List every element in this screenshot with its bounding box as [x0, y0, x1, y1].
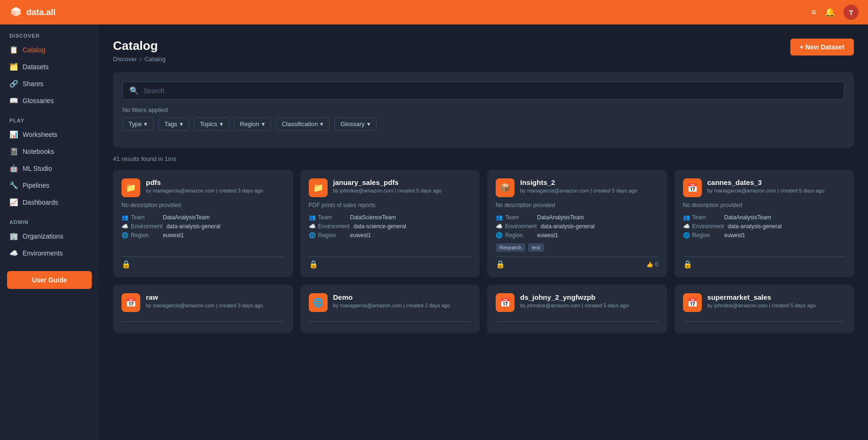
sidebar-item-ml-studio[interactable]: 🤖 ML Studio	[0, 160, 99, 177]
tag-badge: test	[528, 243, 544, 252]
environment-value: data-analysis-general	[728, 223, 782, 230]
filter-region[interactable]: Region ▾	[234, 117, 271, 131]
catalog-icon: 📋	[9, 46, 18, 54]
team-icon: 👥	[121, 214, 129, 221]
sidebar: DISCOVER 📋 Catalog 🗂️ Datasets 🔗 Shares …	[0, 24, 99, 440]
card-env-row: ☁️ Environment data-science-general	[309, 223, 472, 230]
card-team-row: 👥 Team DataAnalysisTeam	[121, 214, 284, 221]
card-header: 📅 cannes_dates_3 by mariagarcia@amazon.c…	[683, 178, 846, 197]
sidebar-item-organizations[interactable]: 🏢 Organizations	[0, 228, 99, 245]
dataset-type-icon: 📅	[121, 293, 140, 312]
breadcrumb-separator: ›	[140, 56, 142, 63]
search-input[interactable]	[144, 87, 837, 95]
dataset-card[interactable]: 📅 ds_johny_2_yngfwzpb by johndoe@amazon.…	[487, 285, 667, 333]
dataset-type-icon: 📁	[121, 178, 140, 197]
region-label: 🌐 Region	[121, 232, 159, 239]
chevron-down-icon: ▾	[262, 120, 265, 128]
filter-tags[interactable]: Tags ▾	[158, 117, 189, 131]
dataset-card[interactable]: 📦 Insights_2 by mariagarcia@amazon.com |…	[487, 170, 667, 277]
breadcrumb-discover[interactable]: Discover	[113, 56, 137, 63]
sidebar-item-shares[interactable]: 🔗 Shares	[0, 75, 99, 92]
chevron-down-icon: ▾	[320, 120, 323, 128]
dataset-meta: by johndoe@amazon.com | created 5 days a…	[520, 303, 659, 308]
card-region-row: 🌐 Region euwest1	[121, 232, 284, 239]
sidebar-item-environments[interactable]: ☁️ Environments	[0, 245, 99, 262]
sidebar-item-label: Shares	[23, 80, 43, 88]
card-footer	[309, 321, 472, 325]
dataset-card[interactable]: 📅 supermarket_sales by johndoe@amazon.co…	[675, 285, 854, 333]
breadcrumb-catalog: Catalog	[145, 56, 166, 63]
sidebar-discover-label: DISCOVER	[0, 24, 99, 41]
cloud-icon: ☁️	[309, 223, 316, 230]
lock-icon: 🔒	[309, 260, 318, 269]
card-title-area: raw by mariagarcia@amazon.com | created …	[146, 293, 284, 308]
dataset-name: pdfs	[146, 178, 284, 186]
environments-icon: ☁️	[9, 249, 18, 257]
sidebar-item-worksheets[interactable]: 📊 Worksheets	[0, 126, 99, 143]
card-header: 📦 Insights_2 by mariagarcia@amazon.com |…	[496, 178, 659, 197]
team-label: 👥 Team	[309, 214, 346, 221]
filter-classification[interactable]: Classification ▾	[276, 117, 330, 131]
dataset-type-icon: 📁	[309, 178, 328, 197]
bars-icon[interactable]: ≡	[811, 8, 816, 17]
environment-value: data-analysis-general	[540, 223, 595, 230]
dataset-card[interactable]: 📁 pdfs by mariagarcia@amazon.com | creat…	[113, 170, 293, 277]
dataset-meta: by johndoe@amazon.com | created 5 days a…	[333, 188, 472, 193]
team-value: DataAnalysisTeam	[537, 214, 584, 221]
app-name: data.all	[26, 8, 56, 17]
card-title-area: ds_johny_2_yngfwzpb by johndoe@amazon.co…	[520, 293, 659, 308]
dataset-card[interactable]: 📁 january_sales_pdfs by johndoe@amazon.c…	[300, 170, 480, 277]
sidebar-item-label: Worksheets	[23, 131, 57, 138]
cloud-icon: ☁️	[683, 223, 690, 230]
dataset-meta: by mariagarcia@amazon.com | created 3 da…	[146, 303, 284, 308]
card-header: 🌐 Demo by mariagarcia@amazon.com | creat…	[309, 293, 472, 312]
dataset-type-icon: 📅	[496, 293, 514, 312]
dataset-card[interactable]: 📅 raw by mariagarcia@amazon.com | create…	[113, 285, 293, 333]
sidebar-item-datasets[interactable]: 🗂️ Datasets	[0, 58, 99, 75]
user-guide-button[interactable]: User Guide	[7, 271, 92, 289]
card-team-row: 👥 Team DataAnalysisTeam	[496, 214, 659, 221]
globe-icon: 🌐	[683, 232, 690, 239]
sidebar-item-label: Notebooks	[23, 148, 54, 155]
dataset-grid: 📁 pdfs by mariagarcia@amazon.com | creat…	[113, 170, 854, 333]
sidebar-item-label: Pipelines	[23, 182, 49, 189]
sidebar-item-label: Organizations	[23, 232, 63, 240]
dataset-card[interactable]: 📅 cannes_dates_3 by mariagarcia@amazon.c…	[675, 170, 854, 277]
new-dataset-button[interactable]: + New Dataset	[790, 39, 854, 56]
ml-studio-icon: 🤖	[9, 164, 18, 173]
card-info: 👥 Team DataAnalysisTeam ☁️ Environment d…	[683, 214, 846, 239]
sidebar-item-notebooks[interactable]: 📓 Notebooks	[0, 143, 99, 160]
dataset-name: supermarket_sales	[707, 293, 846, 301]
filter-type[interactable]: Type ▾	[122, 117, 153, 131]
breadcrumb: Discover › Catalog	[113, 56, 166, 63]
sidebar-item-label: ML Studio	[23, 165, 52, 172]
dataset-name: Demo	[333, 293, 472, 301]
glossaries-icon: 📖	[9, 96, 18, 105]
bell-icon[interactable]: 🔔	[825, 7, 835, 17]
app-logo[interactable]: data.all	[9, 6, 56, 19]
filter-glossary[interactable]: Glossary ▾	[334, 117, 376, 131]
environment-value: data-science-general	[354, 223, 406, 230]
dataset-type-icon: 🌐	[309, 293, 328, 312]
card-description: No description provided	[496, 202, 659, 209]
card-env-row: ☁️ Environment data-analysis-general	[121, 223, 284, 230]
filter-topics[interactable]: Topics ▾	[194, 117, 229, 131]
sidebar-item-dashboards[interactable]: 📈 Dashboards	[0, 194, 99, 211]
datasets-icon: 🗂️	[9, 63, 18, 71]
sidebar-item-glossaries[interactable]: 📖 Glossaries	[0, 92, 99, 109]
sidebar-item-pipelines[interactable]: 🔧 Pipelines	[0, 177, 99, 194]
card-footer: 🔒	[121, 256, 284, 269]
globe-icon: 🌐	[496, 232, 503, 239]
environment-label: ☁️ Environment	[496, 223, 537, 230]
logo-icon	[9, 6, 23, 19]
card-title-area: january_sales_pdfs by johndoe@amazon.com…	[333, 178, 472, 193]
card-footer	[683, 321, 846, 325]
avatar[interactable]: T	[844, 5, 859, 20]
page-title: Catalog	[113, 39, 166, 53]
region-label: 🌐 Region	[496, 232, 533, 239]
sidebar-item-catalog[interactable]: 📋 Catalog	[0, 41, 99, 58]
team-value: DataAnalysisTeam	[163, 214, 209, 221]
card-header: 📅 raw by mariagarcia@amazon.com | create…	[121, 293, 284, 312]
dataset-card[interactable]: 🌐 Demo by mariagarcia@amazon.com | creat…	[300, 285, 480, 333]
card-title-area: Insights_2 by mariagarcia@amazon.com | c…	[520, 178, 659, 193]
